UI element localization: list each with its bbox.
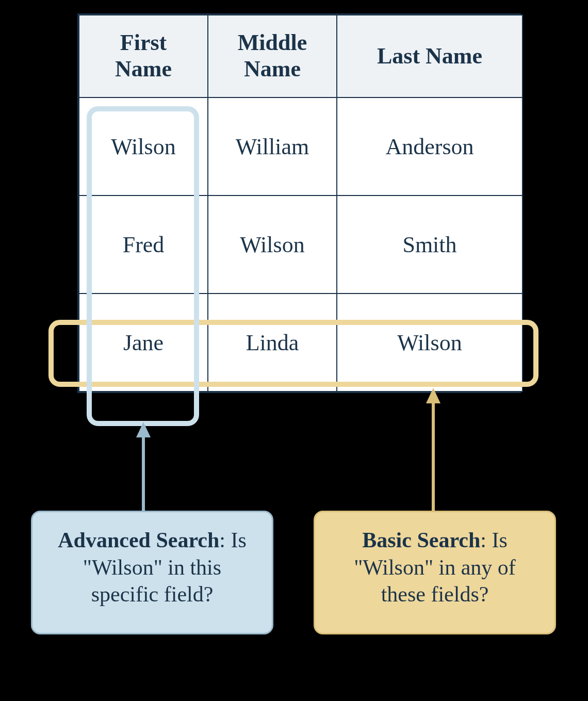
cell-last-name: Smith xyxy=(337,195,522,294)
arrow-basic-to-row xyxy=(423,388,444,512)
callout-basic-search: Basic Search: Is "Wilson" in any of thes… xyxy=(314,511,556,634)
arrow-advanced-to-column xyxy=(133,422,154,513)
table-row: Wilson William Anderson xyxy=(79,97,522,195)
svg-marker-1 xyxy=(136,422,151,437)
cell-middle-name: William xyxy=(208,97,337,195)
cell-last-name: Anderson xyxy=(337,97,522,195)
table-header-row: FirstName MiddleName Last Name xyxy=(79,15,522,97)
column-header-middle-name: MiddleName xyxy=(208,15,337,97)
column-header-first-name: FirstName xyxy=(79,15,208,97)
callout-basic-title: Basic Search xyxy=(362,528,480,552)
table-row: Jane Linda Wilson xyxy=(79,294,522,392)
names-table-container: FirstName MiddleName Last Name Wilson Wi… xyxy=(77,13,521,393)
callout-advanced-title: Advanced Search xyxy=(58,528,219,552)
names-table: FirstName MiddleName Last Name Wilson Wi… xyxy=(78,14,523,392)
cell-middle-name: Wilson xyxy=(208,195,337,294)
cell-last-name: Wilson xyxy=(337,294,522,392)
cell-first-name: Jane xyxy=(79,294,208,392)
cell-middle-name: Linda xyxy=(208,294,337,392)
column-header-last-name: Last Name xyxy=(337,15,522,97)
callout-advanced-search: Advanced Search: Is "Wilson" in this spe… xyxy=(31,511,273,634)
cell-first-name: Wilson xyxy=(79,97,208,195)
diagram-stage: FirstName MiddleName Last Name Wilson Wi… xyxy=(0,0,588,701)
cell-first-name: Fred xyxy=(79,195,208,294)
table-row: Fred Wilson Smith xyxy=(79,195,522,294)
